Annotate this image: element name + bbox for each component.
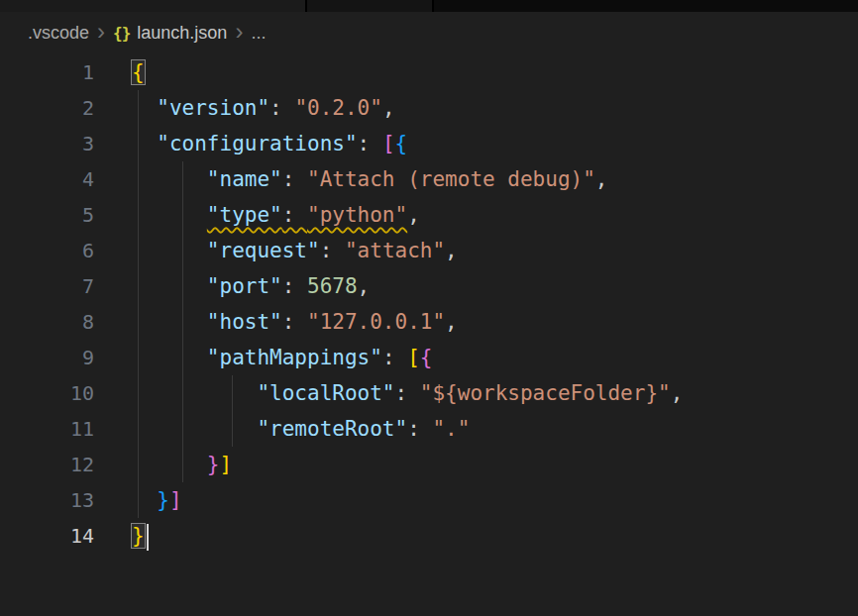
line-content: "localRoot": "${workspaceFolder}", xyxy=(94,375,683,411)
chevron-right-icon: › xyxy=(234,22,244,46)
token: ] xyxy=(169,488,182,512)
token: } xyxy=(207,453,220,476)
token xyxy=(132,239,207,262)
tab-bar-empty xyxy=(434,0,858,12)
line-content: }] xyxy=(94,447,232,482)
code-editor[interactable]: 1{2 "version": "0.2.0",3 "configurations… xyxy=(0,54,858,554)
tab[interactable] xyxy=(307,0,432,12)
breadcrumb-folder[interactable]: .vscode xyxy=(28,23,89,44)
token xyxy=(132,203,207,227)
line-number[interactable]: 11 xyxy=(0,411,94,447)
token xyxy=(132,488,157,512)
code-line[interactable]: 5 "type": "python", xyxy=(0,197,858,233)
line-content: { xyxy=(94,54,145,90)
text-cursor xyxy=(147,524,149,551)
line-number[interactable]: 3 xyxy=(0,126,94,161)
code-line[interactable]: 12 }] xyxy=(0,447,858,482)
breadcrumb: .vscode › {} launch.json › ... xyxy=(0,12,858,54)
token: [ xyxy=(407,346,420,369)
token xyxy=(132,167,207,191)
token: "Attach (remote debug)" xyxy=(307,167,595,191)
token: "name" xyxy=(207,167,282,191)
token xyxy=(132,346,207,369)
token: , xyxy=(445,310,458,334)
token: "127.0.0.1" xyxy=(307,310,445,334)
token xyxy=(132,132,157,155)
breadcrumb-symbol-ellipsis[interactable]: ... xyxy=(251,23,266,44)
warning-squiggle-token: "python" xyxy=(307,203,407,227)
line-number[interactable]: 8 xyxy=(0,304,94,340)
matched-bracket: { xyxy=(132,60,145,84)
line-content: }] xyxy=(94,482,182,518)
json-braces-icon: {} xyxy=(113,24,130,43)
token xyxy=(132,310,207,334)
line-content: } xyxy=(94,518,149,554)
warning-squiggle-token: "type" xyxy=(207,203,282,227)
code-line[interactable]: 2 "version": "0.2.0", xyxy=(0,90,858,126)
token: "0.2.0" xyxy=(294,96,382,120)
token: "request" xyxy=(207,239,320,262)
token xyxy=(132,417,257,441)
line-number[interactable]: 14 xyxy=(0,518,94,554)
token: [ xyxy=(382,132,395,155)
code-line[interactable]: 10 "localRoot": "${workspaceFolder}", xyxy=(0,375,858,411)
token: : xyxy=(282,274,307,298)
line-content: "host": "127.0.0.1", xyxy=(94,304,458,340)
line-content: "type": "python", xyxy=(94,197,420,233)
line-number[interactable]: 10 xyxy=(0,375,94,411)
line-number[interactable]: 13 xyxy=(0,482,94,518)
token: : xyxy=(407,417,432,441)
token: "host" xyxy=(207,310,282,334)
token: : xyxy=(395,381,420,405)
token: "version" xyxy=(157,96,269,120)
code-line[interactable]: 6 "request": "attach", xyxy=(0,233,858,268)
token: , xyxy=(382,96,395,120)
line-content: "pathMappings": [{ xyxy=(94,340,432,375)
tab[interactable] xyxy=(0,0,305,12)
line-number[interactable]: 2 xyxy=(0,90,94,126)
token: "localRoot" xyxy=(257,381,394,405)
token: { xyxy=(420,346,433,369)
token: ] xyxy=(220,453,233,476)
line-content: "port": 5678, xyxy=(94,268,370,304)
token: , xyxy=(358,274,371,298)
code-line[interactable]: 3 "configurations": [{ xyxy=(0,126,858,161)
token: : xyxy=(358,132,382,155)
code-line[interactable]: 13 }] xyxy=(0,482,858,518)
token: "port" xyxy=(207,274,282,298)
token: "attach" xyxy=(345,239,445,262)
code-line[interactable]: 14} xyxy=(0,518,858,554)
token xyxy=(132,274,207,298)
token: 5678 xyxy=(307,274,358,298)
token: { xyxy=(395,132,408,155)
token xyxy=(132,96,157,120)
line-number[interactable]: 1 xyxy=(0,54,94,90)
warning-squiggle-token: : xyxy=(282,203,307,227)
line-number[interactable]: 12 xyxy=(0,447,94,482)
code-line[interactable]: 11 "remoteRoot": "." xyxy=(0,411,858,447)
code-line[interactable]: 8 "host": "127.0.0.1", xyxy=(0,304,858,340)
line-number[interactable]: 7 xyxy=(0,268,94,304)
token: : xyxy=(269,96,294,120)
line-number[interactable]: 5 xyxy=(0,197,94,233)
line-content: "configurations": [{ xyxy=(94,126,407,161)
token xyxy=(132,453,207,476)
code-line[interactable]: 7 "port": 5678, xyxy=(0,268,858,304)
matched-bracket: } xyxy=(132,524,145,548)
token xyxy=(132,381,257,405)
code-line[interactable]: 4 "name": "Attach (remote debug)", xyxy=(0,161,858,197)
line-number[interactable]: 6 xyxy=(0,233,94,268)
line-content: "request": "attach", xyxy=(94,233,458,268)
line-content: "remoteRoot": "." xyxy=(94,411,470,447)
code-line[interactable]: 9 "pathMappings": [{ xyxy=(0,340,858,375)
tab-bar-edge xyxy=(0,0,858,12)
line-number[interactable]: 4 xyxy=(0,161,94,197)
token: "pathMappings" xyxy=(207,346,382,369)
line-number[interactable]: 9 xyxy=(0,340,94,375)
token: "." xyxy=(432,417,470,441)
breadcrumb-file[interactable]: launch.json xyxy=(137,23,227,44)
chevron-right-icon: › xyxy=(96,22,106,46)
code-line[interactable]: 1{ xyxy=(0,54,858,90)
token: : xyxy=(382,346,407,369)
token: , xyxy=(445,239,458,262)
